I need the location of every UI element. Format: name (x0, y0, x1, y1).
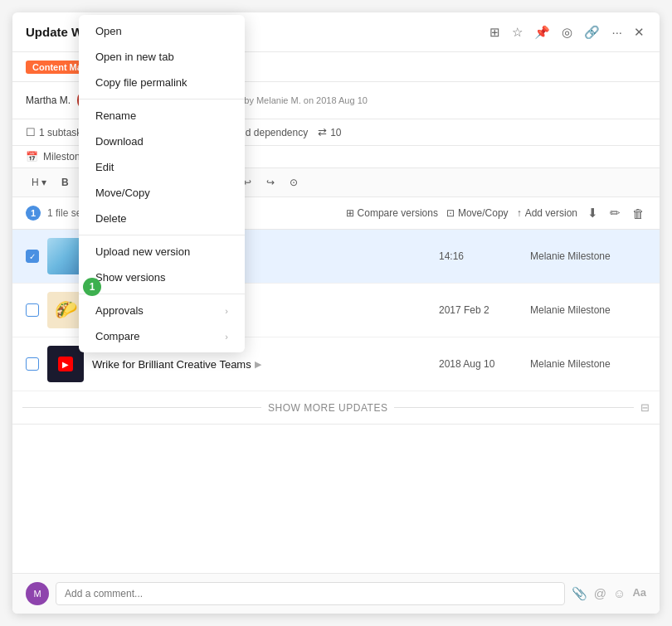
file-checkbox-2[interactable] (26, 303, 39, 317)
ctx-move-copy[interactable]: Move/Copy (79, 180, 245, 206)
comment-input[interactable] (56, 582, 565, 605)
ctx-separator-1 (79, 99, 245, 99)
ctx-open-new-tab-label: Open in new tab (95, 51, 174, 63)
file-count-badge: 1 (26, 206, 41, 221)
subtask-label: 1 subtask (39, 127, 81, 138)
play-button: ▶ (58, 357, 73, 371)
compare-versions-action[interactable]: ⊞ Compare versions (346, 207, 438, 219)
file-owner-1: Melanie Milestone (530, 250, 646, 262)
ctx-download-label: Download (95, 135, 144, 148)
file-thumb-3: ▶ (47, 346, 84, 382)
ctx-delete-label: Delete (95, 212, 127, 225)
redo-btn[interactable]: ↪ (261, 173, 280, 192)
bold-btn[interactable]: B (56, 173, 75, 192)
filter-icon[interactable]: ⊟ (640, 401, 650, 414)
ctx-compare-label: Compare (95, 330, 139, 342)
text-icon[interactable]: Aa (632, 586, 646, 601)
ctx-separator-3 (79, 294, 245, 294)
paperclip-icon[interactable]: 📎 (572, 586, 587, 601)
ctx-delete[interactable]: Delete (79, 206, 245, 231)
ctx-approvals-label: Approvals (95, 304, 144, 317)
compare-label: Compare versions (358, 207, 438, 219)
ctx-show-versions[interactable]: Show versions (79, 264, 245, 290)
move-copy-label: Move/Copy (458, 207, 509, 219)
add-version-label: Add version (525, 207, 577, 219)
link-icon[interactable]: 🔗 (582, 23, 601, 41)
ctx-copy-permalink-label: Copy file permalink (95, 76, 187, 89)
file-checkbox-1[interactable]: ✓ (26, 250, 39, 263)
move-copy-action[interactable]: ⊡ Move/Copy (446, 207, 509, 219)
subtask-action[interactable]: ☐ 1 subtask (26, 126, 81, 138)
ctx-compare[interactable]: Compare › (79, 323, 245, 349)
compare-icon: ⊞ (346, 207, 354, 219)
grid-icon[interactable]: ⊞ (488, 23, 502, 41)
ctx-open-new-tab[interactable]: Open in new tab (79, 44, 245, 70)
ctx-open-label: Open (95, 25, 122, 37)
share-count: 10 (330, 127, 341, 138)
delete-icon[interactable]: 🗑 (631, 205, 646, 222)
star-icon[interactable]: ☆ (510, 23, 524, 41)
more-icon[interactable]: ··· (610, 23, 624, 41)
task-title: Update W (26, 25, 83, 39)
task-date: by Melanie M. on 2018 Aug 10 (244, 95, 368, 105)
close-icon[interactable]: ✕ (632, 23, 646, 41)
ctx-approvals[interactable]: Approvals › (79, 298, 245, 323)
show-more-line-right (394, 407, 633, 408)
comment-avatar: M (26, 582, 49, 605)
file-info-3: Wrike for Brilliant Creative Teams ▶ (92, 358, 431, 371)
format-btn[interactable]: ⊙ (284, 173, 304, 192)
file-date-3: 2018 Aug 10 (439, 358, 522, 370)
ctx-upload-new-version-label: Upload new version (95, 245, 190, 258)
ctx-separator-2 (79, 235, 245, 235)
download-icon[interactable]: ⬇ (586, 204, 600, 222)
show-more-updates[interactable]: SHOW MORE UPDATES ⊟ (12, 391, 660, 425)
comment-icons: 📎 @ ☺ Aa (572, 586, 646, 601)
at-icon[interactable]: @ (594, 586, 606, 601)
file-date-2: 2017 Feb 2 (439, 304, 522, 316)
add-version-action[interactable]: ↑ Add version (517, 207, 577, 219)
files-actions: ⊞ Compare versions ⊡ Move/Copy ↑ Add ver… (346, 204, 646, 222)
share-action[interactable]: ⇄ 10 (318, 126, 341, 138)
show-more-line-left (22, 407, 261, 408)
ctx-compare-arrow: › (225, 332, 228, 342)
file-date-1: 14:16 (439, 250, 522, 262)
edit-icon[interactable]: ✏ (608, 204, 622, 222)
rss-icon[interactable]: ◎ (560, 23, 574, 41)
context-menu: Open Open in new tab Copy file permalink… (79, 15, 245, 352)
file-name-3: Wrike for Brilliant Creative Teams ▶ (92, 358, 431, 371)
share-icon: ⇄ (318, 126, 327, 138)
ctx-approvals-arrow: › (225, 306, 228, 316)
file-owner-3: Melanie Milestone (530, 358, 646, 370)
ctx-edit[interactable]: Edit (79, 154, 245, 180)
ctx-upload-new-version[interactable]: Upload new version (79, 239, 245, 264)
ctx-show-versions-label: Show versions (95, 271, 166, 284)
pin-icon[interactable]: 📌 (533, 23, 552, 41)
video-icon: ▶ (255, 359, 261, 370)
ctx-rename-label: Rename (95, 109, 136, 122)
assignee1-name: Martha M. (26, 95, 71, 106)
top-bar-icons: ⊞ ☆ 📌 ◎ 🔗 ··· ✕ (488, 23, 646, 41)
comment-area: M 📎 @ ☺ Aa (12, 573, 660, 614)
ctx-download[interactable]: Download (79, 129, 245, 154)
ctx-edit-label: Edit (95, 161, 114, 173)
ctx-copy-permalink[interactable]: Copy file permalink (79, 70, 245, 95)
file-checkbox-3[interactable] (26, 357, 39, 371)
video-thumb: ▶ (47, 346, 84, 382)
ctx-rename[interactable]: Rename (79, 103, 245, 129)
move-copy-icon: ⊡ (446, 207, 455, 219)
avatar-group: Martha M. (26, 95, 71, 106)
heading-btn[interactable]: H ▾ (26, 173, 52, 192)
calendar-icon: 📅 (26, 151, 38, 163)
emoji-icon[interactable]: ☺ (613, 586, 626, 601)
ctx-move-copy-label: Move/Copy (95, 187, 150, 199)
show-more-label: SHOW MORE UPDATES (268, 402, 387, 414)
notification-badge: 1 (83, 278, 101, 296)
file-owner-2: Melanie Milestone (530, 304, 646, 316)
ctx-open[interactable]: Open (79, 18, 245, 44)
subtask-icon: ☐ (26, 126, 36, 138)
add-version-icon: ↑ (517, 207, 522, 219)
